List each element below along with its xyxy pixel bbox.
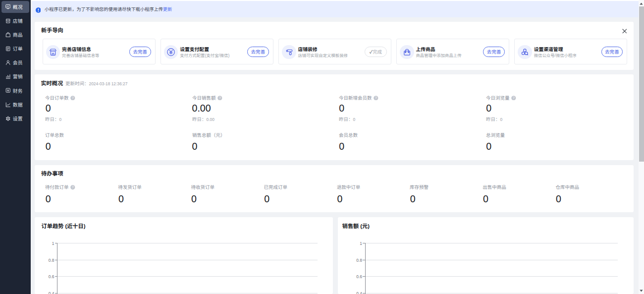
svg-text:?: ? [513,96,515,100]
svg-text:?: ? [375,96,377,100]
svg-text:?: ? [219,96,221,100]
svg-text:?: ? [72,96,74,100]
svg-text:?: ? [72,185,74,189]
